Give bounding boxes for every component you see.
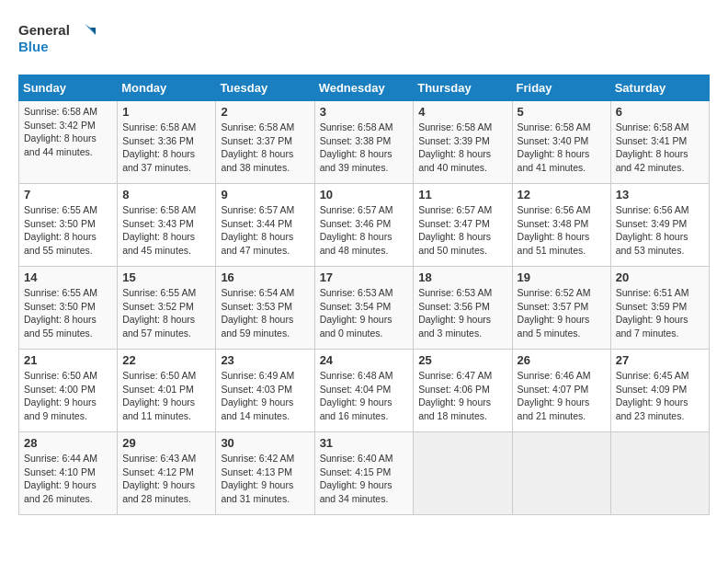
- calendar-cell: 30Sunrise: 6:42 AM Sunset: 4:13 PM Dayli…: [216, 432, 314, 515]
- day-number: 1: [122, 105, 210, 119]
- day-number: 12: [518, 188, 606, 201]
- weekday-header: Monday: [118, 75, 216, 101]
- day-info: Sunrise: 6:55 AM Sunset: 3:52 PM Dayligh…: [122, 286, 210, 340]
- day-info: Sunrise: 6:55 AM Sunset: 3:50 PM Dayligh…: [24, 203, 112, 258]
- day-info: Sunrise: 6:51 AM Sunset: 3:59 PM Dayligh…: [616, 286, 704, 340]
- day-info: Sunrise: 6:50 AM Sunset: 4:01 PM Dayligh…: [122, 369, 210, 423]
- calendar-cell: 1Sunrise: 6:58 AM Sunset: 3:36 PM Daylig…: [118, 101, 216, 184]
- weekday-header: Saturday: [610, 75, 709, 101]
- day-number: 22: [122, 353, 210, 367]
- calendar-cell: 6Sunrise: 6:58 AM Sunset: 3:41 PM Daylig…: [610, 101, 709, 184]
- day-info: Sunrise: 6:58 AM Sunset: 3:38 PM Dayligh…: [320, 121, 409, 175]
- day-number: 29: [122, 436, 210, 450]
- calendar-cell: 21Sunrise: 6:50 AM Sunset: 4:00 PM Dayli…: [19, 350, 118, 432]
- day-info: Sunrise: 6:43 AM Sunset: 4:12 PM Dayligh…: [122, 452, 210, 506]
- day-info: Sunrise: 6:45 AM Sunset: 4:09 PM Dayligh…: [616, 369, 704, 423]
- day-info: Sunrise: 6:48 AM Sunset: 4:04 PM Dayligh…: [320, 369, 409, 423]
- calendar-cell: 26Sunrise: 6:46 AM Sunset: 4:07 PM Dayli…: [512, 350, 610, 432]
- page-header: GeneralBlue: [18, 18, 710, 60]
- calendar-cell: 22Sunrise: 6:50 AM Sunset: 4:01 PM Dayli…: [118, 350, 216, 432]
- day-info: Sunrise: 6:54 AM Sunset: 3:53 PM Dayligh…: [221, 286, 309, 340]
- day-info: Sunrise: 6:58 AM Sunset: 3:40 PM Dayligh…: [518, 121, 606, 175]
- day-info: Sunrise: 6:57 AM Sunset: 3:44 PM Dayligh…: [221, 203, 309, 258]
- calendar-week-row: 28Sunrise: 6:44 AM Sunset: 4:10 PM Dayli…: [19, 432, 710, 515]
- day-number: 6: [616, 105, 704, 119]
- day-info: Sunrise: 6:46 AM Sunset: 4:07 PM Dayligh…: [518, 369, 606, 423]
- calendar-cell: 7Sunrise: 6:55 AM Sunset: 3:50 PM Daylig…: [19, 184, 118, 267]
- day-info: Sunrise: 6:44 AM Sunset: 4:10 PM Dayligh…: [24, 452, 112, 506]
- day-number: 9: [221, 188, 309, 201]
- calendar-cell: [512, 432, 610, 515]
- day-number: 8: [122, 188, 210, 201]
- weekday-header: Wednesday: [314, 75, 414, 101]
- day-info: Sunrise: 6:58 AM Sunset: 3:41 PM Dayligh…: [616, 121, 704, 175]
- logo-svg: GeneralBlue: [18, 18, 101, 60]
- weekday-header: Tuesday: [216, 75, 314, 101]
- calendar-cell: 10Sunrise: 6:57 AM Sunset: 3:46 PM Dayli…: [314, 184, 414, 267]
- weekday-header: Sunday: [19, 75, 118, 101]
- day-number: 11: [418, 188, 506, 201]
- calendar-cell: 20Sunrise: 6:51 AM Sunset: 3:59 PM Dayli…: [610, 267, 709, 350]
- day-number: 28: [24, 436, 112, 450]
- day-number: 25: [418, 353, 506, 367]
- day-info: Sunrise: 6:50 AM Sunset: 4:00 PM Dayligh…: [24, 369, 112, 423]
- calendar-cell: 29Sunrise: 6:43 AM Sunset: 4:12 PM Dayli…: [118, 432, 216, 515]
- day-number: 16: [221, 270, 309, 284]
- day-info: Sunrise: 6:58 AM Sunset: 3:42 PM Dayligh…: [24, 105, 112, 159]
- calendar-cell: 31Sunrise: 6:40 AM Sunset: 4:15 PM Dayli…: [314, 432, 414, 515]
- calendar-cell: 17Sunrise: 6:53 AM Sunset: 3:54 PM Dayli…: [314, 267, 414, 350]
- day-info: Sunrise: 6:58 AM Sunset: 3:39 PM Dayligh…: [418, 121, 506, 175]
- day-number: 17: [320, 270, 409, 284]
- calendar-cell: 9Sunrise: 6:57 AM Sunset: 3:44 PM Daylig…: [216, 184, 314, 267]
- day-info: Sunrise: 6:56 AM Sunset: 3:48 PM Dayligh…: [518, 203, 606, 258]
- calendar-cell: 27Sunrise: 6:45 AM Sunset: 4:09 PM Dayli…: [610, 350, 709, 432]
- svg-text:General: General: [18, 22, 70, 38]
- day-number: 19: [518, 270, 606, 284]
- day-info: Sunrise: 6:47 AM Sunset: 4:06 PM Dayligh…: [418, 369, 506, 423]
- calendar-week-row: 21Sunrise: 6:50 AM Sunset: 4:00 PM Dayli…: [19, 350, 710, 432]
- calendar-cell: 4Sunrise: 6:58 AM Sunset: 3:39 PM Daylig…: [414, 101, 512, 184]
- calendar-week-row: Sunrise: 6:58 AM Sunset: 3:42 PM Dayligh…: [19, 101, 710, 184]
- weekday-header: Friday: [512, 75, 610, 101]
- day-number: 7: [24, 188, 112, 201]
- day-number: 3: [320, 105, 409, 119]
- day-info: Sunrise: 6:42 AM Sunset: 4:13 PM Dayligh…: [221, 452, 309, 506]
- logo: GeneralBlue: [18, 18, 101, 60]
- day-number: 15: [122, 270, 210, 284]
- day-info: Sunrise: 6:56 AM Sunset: 3:49 PM Dayligh…: [616, 203, 704, 258]
- day-number: 27: [616, 353, 704, 367]
- calendar-week-row: 7Sunrise: 6:55 AM Sunset: 3:50 PM Daylig…: [19, 184, 710, 267]
- calendar-cell: 15Sunrise: 6:55 AM Sunset: 3:52 PM Dayli…: [118, 267, 216, 350]
- day-number: 18: [418, 270, 506, 284]
- day-number: 21: [24, 353, 112, 367]
- day-number: 5: [518, 105, 606, 119]
- day-number: 20: [616, 270, 704, 284]
- svg-text:Blue: Blue: [18, 39, 49, 54]
- calendar-cell: 28Sunrise: 6:44 AM Sunset: 4:10 PM Dayli…: [19, 432, 118, 515]
- day-number: 10: [320, 188, 409, 201]
- day-info: Sunrise: 6:58 AM Sunset: 3:36 PM Dayligh…: [122, 121, 210, 175]
- day-number: 26: [518, 353, 606, 367]
- day-info: Sunrise: 6:53 AM Sunset: 3:54 PM Dayligh…: [320, 286, 409, 340]
- day-info: Sunrise: 6:52 AM Sunset: 3:57 PM Dayligh…: [518, 286, 606, 340]
- day-number: 2: [221, 105, 309, 119]
- calendar-cell: 19Sunrise: 6:52 AM Sunset: 3:57 PM Dayli…: [512, 267, 610, 350]
- day-info: Sunrise: 6:57 AM Sunset: 3:46 PM Dayligh…: [320, 203, 409, 258]
- day-number: 24: [320, 353, 409, 367]
- day-number: 31: [320, 436, 409, 450]
- day-info: Sunrise: 6:58 AM Sunset: 3:37 PM Dayligh…: [221, 121, 309, 175]
- calendar-cell: 13Sunrise: 6:56 AM Sunset: 3:49 PM Dayli…: [610, 184, 709, 267]
- calendar-week-row: 14Sunrise: 6:55 AM Sunset: 3:50 PM Dayli…: [19, 267, 710, 350]
- day-info: Sunrise: 6:57 AM Sunset: 3:47 PM Dayligh…: [418, 203, 506, 258]
- day-number: 4: [418, 105, 506, 119]
- day-number: 13: [616, 188, 704, 201]
- calendar-cell: Sunrise: 6:58 AM Sunset: 3:42 PM Dayligh…: [19, 101, 118, 184]
- calendar-cell: 5Sunrise: 6:58 AM Sunset: 3:40 PM Daylig…: [512, 101, 610, 184]
- day-number: 23: [221, 353, 309, 367]
- calendar-cell: 14Sunrise: 6:55 AM Sunset: 3:50 PM Dayli…: [19, 267, 118, 350]
- day-info: Sunrise: 6:58 AM Sunset: 3:43 PM Dayligh…: [122, 203, 210, 258]
- calendar-cell: 8Sunrise: 6:58 AM Sunset: 3:43 PM Daylig…: [118, 184, 216, 267]
- calendar-cell: 25Sunrise: 6:47 AM Sunset: 4:06 PM Dayli…: [414, 350, 512, 432]
- calendar-cell: 24Sunrise: 6:48 AM Sunset: 4:04 PM Dayli…: [314, 350, 414, 432]
- calendar-cell: 2Sunrise: 6:58 AM Sunset: 3:37 PM Daylig…: [216, 101, 314, 184]
